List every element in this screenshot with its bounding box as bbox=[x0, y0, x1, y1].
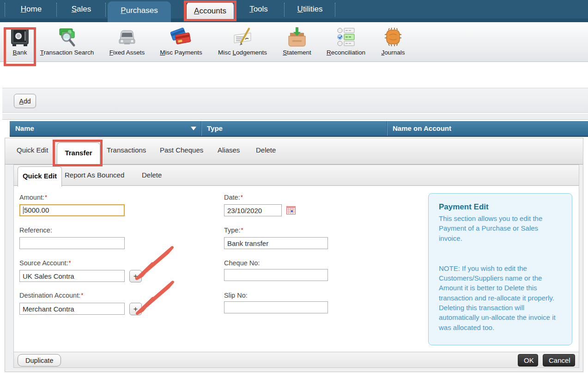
source-account-add-button[interactable]: + bbox=[129, 270, 142, 282]
add-button[interactable]: Add bbox=[14, 94, 36, 108]
main-menu-bar: Home Sales Purchases Accounts Tools Util… bbox=[0, 0, 588, 22]
toolbar-item-label: Journals bbox=[365, 49, 421, 56]
nav-separator bbox=[5, 3, 5, 17]
app-window: Home Sales Purchases Accounts Tools Util… bbox=[0, 0, 588, 373]
amount-input[interactable]: 5000.00 bbox=[19, 204, 125, 216]
cancel-button[interactable]: Cancel bbox=[543, 354, 575, 367]
accounts-toolbar: Bank Transaction Search bbox=[0, 22, 588, 62]
cheque-no-label: Cheque No: bbox=[224, 259, 260, 267]
destination-account-input[interactable] bbox=[19, 303, 125, 315]
reference-input[interactable] bbox=[19, 237, 125, 249]
money-magnifier-icon bbox=[55, 26, 79, 48]
column-header-type[interactable]: Type bbox=[201, 121, 387, 136]
type-input[interactable] bbox=[224, 237, 328, 249]
slip-no-label: Slip No: bbox=[224, 292, 248, 299]
calendar-icon[interactable] bbox=[286, 206, 296, 214]
required-asterisk: * bbox=[45, 194, 47, 201]
required-asterisk: * bbox=[241, 226, 243, 233]
toolbar-item-label: Statement bbox=[269, 49, 325, 56]
credit-cards-icon bbox=[170, 26, 193, 48]
source-account-label: Source Account:* bbox=[19, 259, 71, 267]
list-toolbar: Add bbox=[2, 88, 588, 113]
text-caret bbox=[23, 207, 24, 214]
type-label: Type:* bbox=[224, 226, 243, 234]
toolbar-item-label: Transaction Search bbox=[39, 49, 95, 56]
subtab-delete[interactable]: Delete bbox=[142, 171, 162, 179]
destination-account-label: Destination Account:* bbox=[19, 292, 83, 299]
payment-edit-info-panel: Payment Edit This section allows you to … bbox=[428, 193, 572, 345]
date-label: Date:* bbox=[224, 194, 243, 201]
required-asterisk: * bbox=[69, 259, 71, 266]
info-panel-body: This section allows you to edit the Paym… bbox=[439, 214, 562, 243]
nav-item-accounts[interactable]: Accounts bbox=[187, 2, 234, 21]
reference-label: Reference: bbox=[19, 226, 52, 234]
bank-account-editor-panel: Quick Edit Transfer Transactions Past Ch… bbox=[5, 138, 583, 372]
accounts-grid-header: Name Type Name on Account bbox=[10, 121, 588, 137]
cheque-pen-icon bbox=[231, 26, 254, 48]
amount-label: Amount:* bbox=[19, 194, 47, 201]
nav-item-utilities[interactable]: Utilities bbox=[289, 0, 331, 18]
toolbar-item-journals[interactable]: Journals bbox=[365, 26, 421, 56]
cheque-no-input[interactable] bbox=[224, 269, 328, 281]
toolbar-item-misc-lodgements[interactable]: Misc Lodgements bbox=[215, 26, 270, 56]
nav-separator bbox=[335, 3, 335, 17]
tab-quick-edit[interactable]: Quick Edit bbox=[17, 146, 48, 154]
info-panel-title: Payment Edit bbox=[439, 202, 562, 212]
toolbar-item-statement[interactable]: Statement bbox=[269, 26, 325, 56]
tab-transactions[interactable]: Transactions bbox=[107, 146, 146, 154]
editor-button-bar: Duplicate OK Cancel bbox=[14, 352, 579, 367]
name-column-dropdown-icon[interactable] bbox=[191, 127, 196, 130]
source-account-input[interactable] bbox=[19, 270, 125, 282]
required-asterisk: * bbox=[81, 292, 83, 299]
required-asterisk: * bbox=[241, 194, 243, 201]
slip-no-input[interactable] bbox=[224, 301, 328, 313]
tab-past-cheques[interactable]: Past Cheques bbox=[160, 146, 203, 154]
toolbar-item-label: Fixed Assets bbox=[99, 49, 155, 56]
toolbar-item-misc-payments[interactable]: Misc Payments bbox=[153, 26, 209, 56]
nav-separator bbox=[56, 3, 57, 17]
subtab-quick-edit[interactable]: Quick Edit bbox=[18, 166, 62, 187]
nav-item-purchases[interactable]: Purchases bbox=[108, 1, 171, 22]
duplicate-button[interactable]: Duplicate bbox=[18, 354, 61, 367]
nav-item-sales[interactable]: Sales bbox=[60, 0, 103, 18]
ok-button[interactable]: OK bbox=[518, 354, 538, 367]
list-toolbar-lower-strip bbox=[2, 114, 588, 120]
checklist-icon bbox=[334, 26, 358, 48]
nav-separator bbox=[284, 3, 285, 17]
toolbar-item-transaction-search[interactable]: Transaction Search bbox=[39, 26, 95, 56]
nav-item-home[interactable]: Home bbox=[9, 0, 53, 18]
transfer-editor-panel: Quick Edit Report As Bounced Delete Amou… bbox=[13, 165, 579, 368]
toolbar-item-fixed-assets[interactable]: Fixed Assets bbox=[99, 26, 155, 56]
info-panel-note: NOTE: If you wish to edit the Customers/… bbox=[439, 263, 562, 332]
destination-account-add-button[interactable]: + bbox=[129, 303, 142, 315]
account-tabs: Quick Edit Transfer Transactions Past Ch… bbox=[5, 138, 583, 165]
column-header-name[interactable]: Name bbox=[10, 121, 201, 136]
journal-chip-icon bbox=[382, 26, 405, 48]
tab-transfer[interactable]: Transfer bbox=[57, 142, 100, 165]
tab-aliases[interactable]: Aliases bbox=[218, 146, 240, 154]
tab-delete[interactable]: Delete bbox=[256, 146, 276, 154]
transfer-subtabs: Quick Edit Report As Bounced Delete bbox=[14, 165, 579, 186]
toolbar-item-label: Misc Lodgements bbox=[215, 49, 270, 56]
inbox-arrow-icon bbox=[285, 26, 309, 48]
date-input[interactable] bbox=[224, 204, 282, 216]
bank-safe-icon bbox=[8, 26, 31, 48]
menu-bar-bottom-strip bbox=[0, 18, 588, 22]
subtab-report-as-bounced[interactable]: Report As Bounced bbox=[65, 171, 124, 179]
toolbar-item-label: Misc Payments bbox=[153, 49, 209, 56]
column-header-name-on-account[interactable]: Name on Account bbox=[387, 121, 588, 136]
nav-item-tools[interactable]: Tools bbox=[238, 0, 279, 18]
van-icon bbox=[115, 26, 139, 48]
nav-separator bbox=[105, 3, 106, 17]
